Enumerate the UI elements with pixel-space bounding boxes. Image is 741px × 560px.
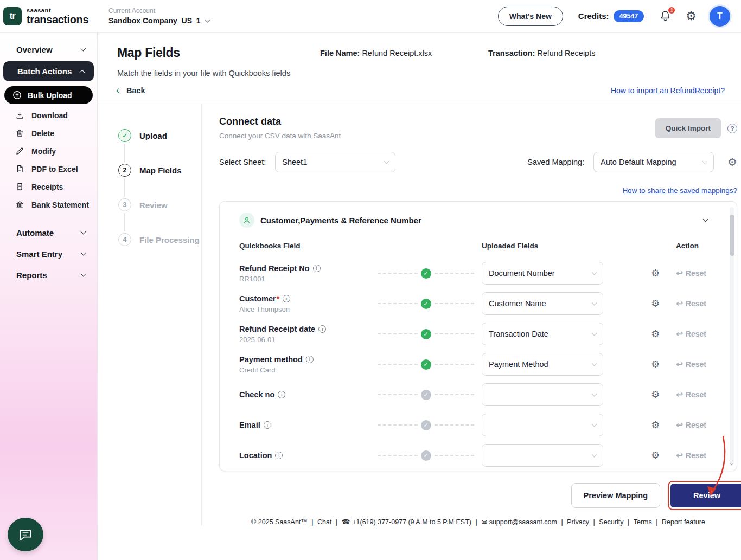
uploaded-field-value: Transaction Date bbox=[489, 330, 548, 338]
saved-mapping-select[interactable]: Auto Default Mapping bbox=[593, 152, 714, 172]
mapping-section-header[interactable]: Customer,Payments & Reference Number bbox=[239, 202, 712, 237]
qb-field-name: Payment method bbox=[239, 355, 303, 364]
info-icon[interactable]: i bbox=[306, 356, 314, 363]
sidebar-item-receipts[interactable]: Receipts bbox=[0, 178, 97, 196]
notifications-button[interactable]: 1 bbox=[659, 10, 672, 22]
chat-widget-button[interactable] bbox=[8, 518, 43, 551]
qb-field-name: Refund Receipt No bbox=[239, 264, 310, 273]
sidebar-item-download[interactable]: Download bbox=[0, 106, 97, 124]
footer-privacy-link[interactable]: Privacy bbox=[567, 518, 589, 526]
review-button[interactable]: Review bbox=[670, 484, 741, 507]
credits-label: Credits: bbox=[578, 11, 609, 21]
chevron-left-icon bbox=[117, 88, 122, 93]
receipt-icon bbox=[15, 182, 24, 191]
mapping-row: Refund Receipt date * i 2025-06-01 ✓ Tra… bbox=[239, 319, 712, 349]
footer-email-link[interactable]: support@saasant.com bbox=[489, 518, 557, 526]
mapping-row: Customer * i Alice Thompson ✓ Customer N… bbox=[239, 288, 712, 319]
footer-chat-link[interactable]: Chat bbox=[317, 518, 331, 526]
reset-button[interactable]: ↩Reset bbox=[676, 390, 706, 400]
info-icon[interactable]: i bbox=[275, 452, 283, 459]
chevron-down-icon bbox=[81, 272, 86, 277]
credits-badge: 49547 bbox=[614, 10, 644, 22]
sidebar-item-overview[interactable]: Overview bbox=[0, 39, 97, 60]
footer-phone: +1(619) 377-0977 (9 A.M to 5 P.M EST) bbox=[352, 518, 471, 526]
mapped-check-icon: ✓ bbox=[421, 359, 431, 370]
whats-new-button[interactable]: What's New bbox=[498, 7, 563, 26]
sidebar-item-automate[interactable]: Automate bbox=[0, 222, 97, 243]
reset-button[interactable]: ↩Reset bbox=[676, 299, 706, 308]
user-avatar[interactable]: T bbox=[710, 6, 730, 27]
uploaded-field-select[interactable] bbox=[482, 444, 603, 467]
row-settings-gear-icon[interactable]: ⚙ bbox=[651, 359, 660, 369]
reset-button[interactable]: ↩Reset bbox=[676, 359, 706, 369]
info-icon[interactable]: i bbox=[283, 295, 290, 302]
scroll-down-arrow-icon[interactable] bbox=[730, 458, 733, 466]
mapped-check-icon: ✓ bbox=[421, 268, 431, 279]
chevron-down-icon bbox=[81, 250, 86, 256]
row-settings-gear-icon[interactable]: ⚙ bbox=[651, 450, 660, 460]
row-settings-gear-icon[interactable]: ⚙ bbox=[651, 299, 660, 308]
mapping-connector: ✓ bbox=[378, 359, 482, 370]
footer-terms-link[interactable]: Terms bbox=[634, 518, 652, 526]
reset-button[interactable]: ↩Reset bbox=[676, 268, 706, 278]
sidebar-item-bulk-upload[interactable]: Bulk Upload bbox=[4, 86, 93, 104]
share-mappings-link[interactable]: How to share the saved mappings? bbox=[622, 186, 737, 195]
uploaded-field-select[interactable] bbox=[482, 414, 603, 436]
connect-data-subtitle: Connect your CSV data with SaasAnt bbox=[219, 132, 341, 140]
row-settings-gear-icon[interactable]: ⚙ bbox=[651, 329, 660, 339]
uploaded-field-select[interactable]: Customer Name bbox=[482, 292, 603, 315]
reset-button[interactable]: ↩Reset bbox=[676, 420, 706, 430]
main-content: Map Fields File Name: Refund Receipt.xls… bbox=[98, 33, 741, 560]
brand-logo[interactable]: tr saasant transactions bbox=[0, 7, 98, 25]
uploaded-field-select[interactable] bbox=[482, 383, 603, 406]
sidebar-item-delete[interactable]: Delete bbox=[0, 124, 97, 142]
settings-gear-icon[interactable]: ⚙ bbox=[686, 10, 697, 22]
sidebar-item-modify[interactable]: Modify bbox=[0, 142, 97, 160]
mapping-settings-gear-icon[interactable]: ⚙ bbox=[727, 157, 737, 168]
review-annotation-box: Review bbox=[668, 481, 741, 510]
reset-button[interactable]: ↩Reset bbox=[676, 450, 706, 460]
info-icon[interactable]: i bbox=[313, 265, 321, 272]
trash-icon bbox=[15, 128, 24, 138]
quick-import-button[interactable]: Quick Import bbox=[655, 118, 721, 138]
import-help-link[interactable]: How to import an RefundReceipt? bbox=[611, 86, 725, 95]
sheet-select[interactable]: Sheet1 bbox=[275, 152, 395, 172]
mapping-connector: ✓ bbox=[378, 420, 482, 430]
saved-mapping-label: Saved Mapping: bbox=[527, 158, 584, 166]
card-scrollbar-thumb[interactable] bbox=[730, 215, 734, 256]
uploaded-field-value: Payment Method bbox=[489, 360, 548, 369]
info-icon[interactable]: i bbox=[318, 325, 326, 333]
uploaded-field-select[interactable]: Transaction Date bbox=[482, 323, 603, 345]
uploaded-field-value: Document Number bbox=[489, 269, 555, 278]
sidebar-item-batch-actions[interactable]: Batch Actions bbox=[3, 61, 94, 81]
row-settings-gear-icon[interactable]: ⚙ bbox=[651, 420, 660, 430]
step-check-icon: ✓ bbox=[118, 129, 131, 142]
footer-report-feature-link[interactable]: Report feature bbox=[662, 518, 705, 526]
info-icon[interactable]: i bbox=[278, 391, 285, 398]
customer-section-icon bbox=[239, 213, 254, 228]
row-settings-gear-icon[interactable]: ⚙ bbox=[651, 390, 660, 400]
sidebar-item-bank-statement[interactable]: Bank Statement bbox=[0, 196, 97, 214]
reset-arrow-icon: ↩ bbox=[676, 329, 683, 339]
mapping-section-title: Customer,Payments & Reference Number bbox=[260, 216, 698, 225]
uploaded-field-select[interactable]: Document Number bbox=[482, 262, 603, 285]
info-icon[interactable]: i bbox=[264, 421, 271, 429]
preview-mapping-button[interactable]: Preview Mapping bbox=[571, 483, 660, 508]
qb-field-name: Email bbox=[239, 421, 260, 429]
current-account-selector[interactable]: Current Account Sandbox Company_US_1 bbox=[108, 7, 209, 25]
sidebar-item-pdf-to-excel[interactable]: PDF to Excel bbox=[0, 160, 97, 178]
back-button[interactable]: Back bbox=[117, 86, 145, 95]
footer: © 2025 SaasAnt™ | Chat | ☎+1(619) 377-09… bbox=[219, 518, 737, 526]
bank-icon bbox=[15, 200, 24, 209]
step-file-processing: 4 File Processing bbox=[118, 233, 201, 268]
col-uploaded-fields: Uploaded Fields bbox=[482, 242, 603, 250]
sidebar-item-smart-entry[interactable]: Smart Entry bbox=[0, 243, 97, 265]
file-name: File Name: Refund Receipt.xlsx bbox=[320, 49, 488, 57]
row-settings-gear-icon[interactable]: ⚙ bbox=[651, 268, 660, 278]
footer-security-link[interactable]: Security bbox=[599, 518, 623, 526]
sidebar-item-reports[interactable]: Reports bbox=[0, 265, 97, 286]
reset-button[interactable]: ↩Reset bbox=[676, 329, 706, 339]
help-question-icon[interactable]: ? bbox=[727, 124, 737, 133]
uploaded-field-select[interactable]: Payment Method bbox=[482, 353, 603, 376]
step-upload: ✓ Upload bbox=[118, 129, 201, 164]
